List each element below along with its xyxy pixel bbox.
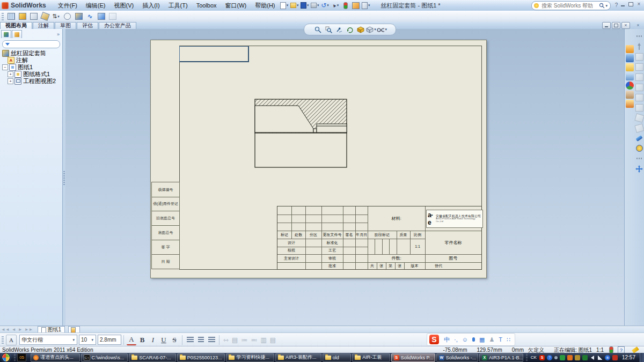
drawing-view-section[interactable] bbox=[254, 99, 347, 168]
messenger-tray-icon[interactable] bbox=[575, 355, 580, 360]
ime-person-icon[interactable]: ♟ bbox=[489, 336, 494, 343]
appearance-icon[interactable]: ▾ bbox=[362, 2, 371, 10]
view-palette-icon[interactable] bbox=[626, 72, 634, 80]
hidden-icons-chevron[interactable] bbox=[554, 356, 558, 359]
alternate-position-view-icon[interactable] bbox=[107, 12, 118, 21]
italic-button[interactable]: I bbox=[148, 335, 158, 345]
taskbar-button-folder-study[interactable]: 学习资料快捷... bbox=[226, 353, 274, 362]
tape-measure-icon[interactable] bbox=[634, 143, 644, 153]
wrap-text-icon[interactable]: ▤ bbox=[232, 336, 238, 344]
menu-view[interactable]: 视图(V) bbox=[110, 0, 138, 11]
clock[interactable]: 12:57 bbox=[622, 354, 635, 360]
align-center-button[interactable] bbox=[196, 335, 206, 345]
line-spacing-icon[interactable]: ⇿ bbox=[223, 336, 229, 344]
align-right-button[interactable] bbox=[207, 335, 216, 345]
formatbar-grip[interactable] bbox=[2, 336, 4, 344]
view-right-cube-icon[interactable] bbox=[634, 82, 644, 92]
select-icon[interactable]: ▲▾ bbox=[331, 2, 340, 10]
detail-view-icon[interactable] bbox=[62, 12, 73, 21]
zoom-area-icon[interactable] bbox=[323, 25, 334, 34]
taskbar-button-word[interactable]: WSolidworks -... bbox=[436, 353, 478, 362]
menu-tools[interactable]: 工具(T) bbox=[164, 0, 192, 11]
tree-filter-input[interactable] bbox=[2, 40, 60, 48]
ime-keyboard-icon[interactable]: ▦ bbox=[479, 336, 485, 343]
standard-3-view-icon[interactable] bbox=[5, 12, 17, 21]
view-iso-cube-icon[interactable] bbox=[634, 113, 644, 123]
previous-view-icon[interactable] bbox=[334, 25, 345, 34]
hide-show-items-icon[interactable]: ▾ bbox=[377, 25, 387, 34]
restore-button[interactable] bbox=[627, 1, 635, 8]
auxiliary-view-icon[interactable] bbox=[39, 12, 50, 21]
custom-properties-icon[interactable] bbox=[626, 91, 634, 99]
tab-sketch[interactable]: 草图 bbox=[55, 22, 76, 29]
menu-toolbox[interactable]: Toolbox bbox=[192, 0, 221, 11]
3d-drawing-view-icon[interactable] bbox=[355, 25, 366, 34]
tab-evaluate[interactable]: 评估 bbox=[77, 22, 98, 29]
save-icon[interactable]: ▾ bbox=[301, 2, 310, 10]
break-icon[interactable]: ∿ bbox=[84, 12, 96, 21]
next-sheet-arrow[interactable]: ► bbox=[17, 327, 24, 332]
zoom-fit-icon[interactable] bbox=[312, 25, 323, 34]
taskbar-button-excel[interactable]: XAIR3-P1A.1-B... bbox=[479, 353, 523, 362]
ime-emoji-icon[interactable]: ☺ bbox=[462, 336, 468, 343]
menu-help[interactable]: 帮助(H) bbox=[251, 0, 279, 11]
text-height-field[interactable]: 2.8mm bbox=[98, 335, 121, 345]
search-icon[interactable] bbox=[599, 3, 605, 9]
view-orientation-axis-icon[interactable] bbox=[634, 41, 644, 51]
ime-toolbox-icon[interactable]: ∷ bbox=[507, 336, 510, 343]
view-front-cube-icon[interactable] bbox=[634, 51, 644, 62]
taskbar-button-folder-air3[interactable]: AIR3-装配作... bbox=[275, 353, 321, 362]
view-top-cube-icon[interactable] bbox=[634, 92, 644, 102]
view-toolbar-grip[interactable] bbox=[634, 31, 644, 41]
tree-item-annotations[interactable]: A 注解 bbox=[0, 57, 62, 63]
document-recovery-icon[interactable] bbox=[626, 100, 634, 108]
display-tray-icon[interactable] bbox=[582, 355, 588, 360]
doc-minimize-button[interactable] bbox=[602, 22, 611, 29]
help-search-box[interactable]: ▾ bbox=[531, 1, 611, 10]
pinned-app-badge[interactable]: 05 bbox=[17, 353, 26, 361]
outdent-icon[interactable]: ▤ bbox=[270, 336, 276, 344]
mail-tray-icon[interactable] bbox=[567, 355, 573, 360]
projected-view-icon[interactable] bbox=[28, 12, 39, 21]
bold-button[interactable]: B bbox=[137, 335, 147, 345]
taskbar-button-folder-gongzhuang[interactable]: AIR-工装 bbox=[352, 353, 390, 362]
file-explorer-icon[interactable] bbox=[626, 63, 634, 71]
last-sheet-arrow[interactable]: ►► bbox=[24, 327, 34, 332]
section-view-icon[interactable]: ⇅▾ bbox=[50, 12, 62, 21]
panel-expand-chevron[interactable]: » bbox=[57, 32, 60, 37]
sogou-logo-icon[interactable]: S bbox=[429, 335, 439, 344]
tree-item-sheet-format1[interactable]: + 图纸格式1 bbox=[0, 71, 62, 77]
language-indicator[interactable]: CK bbox=[531, 355, 537, 360]
taskbar-button-cmd[interactable]: C:\C:\windows\s... bbox=[81, 353, 128, 362]
expand-expander-icon[interactable]: + bbox=[8, 71, 13, 77]
expand-expander-icon[interactable]: + bbox=[8, 78, 13, 84]
toolbar-grip[interactable] bbox=[2, 13, 4, 20]
rebuild-icon[interactable] bbox=[341, 2, 350, 10]
search-scope-caret[interactable]: ▾ bbox=[605, 4, 608, 8]
propertymanager-tab-icon[interactable] bbox=[12, 30, 22, 38]
font-size-select[interactable]: 10 ▾ bbox=[79, 335, 96, 345]
menu-window[interactable]: 窗口(W) bbox=[221, 0, 251, 11]
menu-file[interactable]: 文件(F) bbox=[54, 0, 82, 11]
safety-tray-icon[interactable] bbox=[560, 355, 565, 360]
underline-button[interactable]: U bbox=[159, 335, 169, 345]
menu-insert[interactable]: 插入(I) bbox=[138, 0, 164, 11]
number-list-icon[interactable]: ≕ bbox=[251, 336, 257, 344]
bullet-list-icon[interactable]: ≔ bbox=[241, 336, 247, 344]
show-desktop-button[interactable] bbox=[640, 353, 644, 362]
move-grip[interactable] bbox=[634, 153, 644, 164]
view-left-cube-icon[interactable] bbox=[634, 72, 644, 82]
tree-root-item[interactable]: 丝杠固定套筒 bbox=[0, 50, 62, 56]
panel-splitter[interactable] bbox=[63, 29, 65, 326]
new-document-icon[interactable]: ▾ bbox=[280, 2, 289, 10]
solidworks-resources-icon[interactable] bbox=[626, 45, 634, 53]
doc-restore-button[interactable] bbox=[612, 22, 620, 29]
help-tray-icon[interactable]: ? bbox=[547, 355, 552, 360]
volume-icon[interactable] bbox=[590, 355, 595, 360]
tab-view-layout[interactable]: 视图布局 bbox=[0, 22, 32, 29]
menu-edit[interactable]: 编辑(E) bbox=[82, 0, 110, 11]
view-dimetric-cube-icon[interactable] bbox=[634, 123, 644, 133]
bluetooth-icon[interactable]: B bbox=[605, 355, 610, 360]
design-library-icon[interactable] bbox=[626, 54, 634, 62]
start-button[interactable] bbox=[2, 353, 10, 362]
